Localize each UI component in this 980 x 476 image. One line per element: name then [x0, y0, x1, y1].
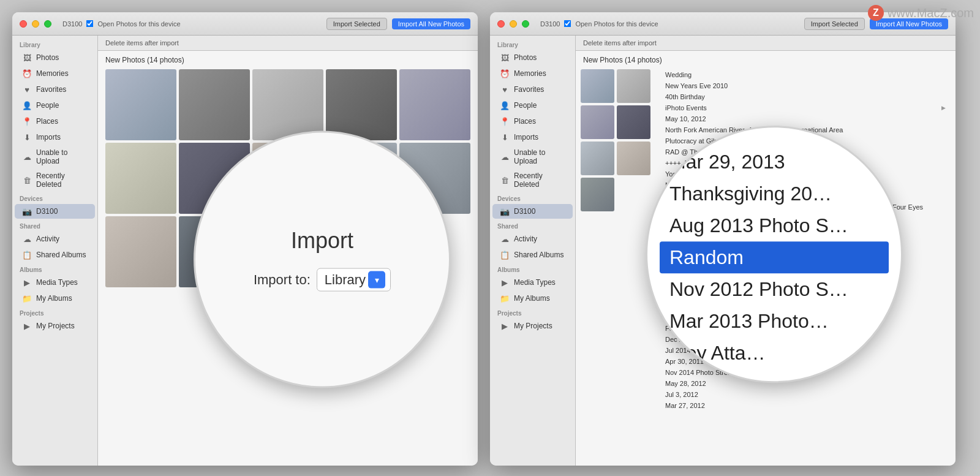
photo-thumb-4[interactable]: [326, 69, 397, 140]
sidebar-label-deleted-1: Recently Deleted: [36, 172, 88, 189]
mag2-item-3[interactable]: Random: [660, 241, 889, 273]
device-name-2: D3100: [540, 20, 560, 28]
sidebar-label-shared-albums-1: Shared Albums: [36, 251, 86, 259]
photo-thumb-2-4[interactable]: [617, 105, 650, 139]
sidebar-label-media-types-2: Media Types: [514, 278, 556, 287]
photo-thumb-3[interactable]: [252, 69, 323, 140]
import-to-value-1: Library: [325, 272, 366, 288]
photo-thumb-2-1[interactable]: [581, 69, 614, 103]
sidebar-item-d3100-2[interactable]: 📷 D3100: [492, 204, 573, 219]
sidebar-item-unable-1[interactable]: ☁ Unable to Upload: [15, 146, 95, 168]
media-types-icon-1: ▶: [22, 278, 32, 287]
mag2-item-2[interactable]: Aug 2013 Photo S…: [660, 210, 889, 241]
sidebar-item-d3100-1[interactable]: 📷 D3100: [15, 204, 95, 219]
select-arrow-icon-1: ▾: [368, 271, 385, 289]
section-devices-2: Devices: [490, 192, 575, 203]
mag2-item-5[interactable]: Mar 2013 Photo…: [660, 305, 889, 337]
sidebar-item-photos-2[interactable]: 🖼 Photos: [492, 50, 573, 65]
mag2-item-1[interactable]: Thanksgiving 20…: [660, 178, 889, 210]
sidebar-label-places-1: Places: [36, 117, 58, 126]
right-list-item-4[interactable]: May 10, 2012: [655, 113, 956, 124]
import-to-label-1: Import to:: [254, 272, 311, 288]
photo-thumb-2-5[interactable]: [581, 142, 614, 175]
photo-thumb-5[interactable]: [399, 69, 470, 140]
sidebar-item-deleted-2[interactable]: 🗑 Recently Deleted: [492, 169, 573, 191]
sidebar-item-memories-2[interactable]: ⏰ Memories: [492, 66, 573, 81]
sidebar-label-imports-1: Imports: [36, 133, 61, 142]
sidebar-item-media-types-1[interactable]: ▶ Media Types: [15, 275, 95, 290]
sidebar-item-deleted-1[interactable]: 🗑 Recently Deleted: [15, 169, 95, 191]
import-selected-button-2[interactable]: Import Selected: [804, 18, 865, 30]
section-projects-2: Projects: [490, 306, 575, 318]
import-all-button-1[interactable]: Import All New Photos: [392, 18, 470, 29]
section-albums-1: Albums: [12, 263, 97, 274]
right-list-item-30[interactable]: Mar 27, 2012: [655, 400, 956, 411]
watermark-z-logo: Z: [868, 5, 884, 21]
open-photos-checkbox-1[interactable]: [86, 20, 94, 28]
sidebar-item-favorites-2[interactable]: ♥ Favorites: [492, 82, 573, 97]
sidebar-item-shared-albums-2[interactable]: 📋 Shared Albums: [492, 247, 573, 262]
photo-thumb-1[interactable]: [105, 69, 176, 140]
sidebar-item-people-2[interactable]: 👤 People: [492, 98, 573, 113]
new-photos-label-1: New Photos (14 photos): [98, 51, 478, 67]
sidebar-label-photos-1: Photos: [36, 53, 59, 62]
sidebar-item-places-2[interactable]: 📍 Places: [492, 114, 573, 129]
photo-thumb-2-6[interactable]: [617, 142, 650, 175]
photo-thumb-2[interactable]: [179, 69, 250, 140]
photo-thumb-2-3[interactable]: [581, 105, 614, 139]
minimize-button-2[interactable]: [510, 20, 517, 28]
sidebar-item-my-albums-2[interactable]: 📁 My Albums: [492, 291, 573, 306]
maximize-button-2[interactable]: [522, 20, 529, 28]
sidebar-item-my-projects-2[interactable]: ▶ My Projects: [492, 319, 573, 333]
sidebar-item-media-types-2[interactable]: ▶ Media Types: [492, 275, 573, 290]
section-library-2: Library: [490, 38, 575, 50]
sidebar-item-photos-1[interactable]: 🖼 Photos: [15, 50, 95, 65]
sidebar-item-people-1[interactable]: 👤 People: [15, 98, 95, 113]
sidebar-label-d3100-1: D3100: [36, 207, 58, 216]
right-list-item-28[interactable]: May 28, 2012: [655, 378, 956, 389]
deleted-icon-1: 🗑: [22, 175, 32, 185]
import-selected-button-1[interactable]: Import Selected: [326, 18, 387, 30]
sidebar-label-my-albums-2: My Albums: [514, 294, 550, 303]
photo-thumb-2-7[interactable]: [581, 178, 614, 211]
arrow-icon-3: ▶: [941, 105, 946, 111]
right-list-item-29[interactable]: Jul 3, 2012: [655, 389, 956, 400]
sidebar-item-imports-2[interactable]: ⬇ Imports: [492, 130, 573, 145]
mag2-item-4[interactable]: Nov 2012 Photo S…: [660, 273, 889, 305]
sidebar-label-activity-2: Activity: [514, 235, 537, 243]
sidebar-label-shared-albums-2: Shared Albums: [514, 251, 564, 259]
close-button-2[interactable]: [497, 20, 505, 28]
places-icon-2: 📍: [500, 116, 510, 126]
close-button-1[interactable]: [20, 20, 27, 28]
right-list-item-3[interactable]: iPhoto Events▶: [655, 102, 956, 113]
sidebar-item-activity-2[interactable]: ☁ Activity: [492, 232, 573, 246]
minimize-button-1[interactable]: [32, 20, 39, 28]
sidebar-item-activity-1[interactable]: ☁ Activity: [15, 232, 95, 246]
sidebar-item-memories-1[interactable]: ⏰ Memories: [15, 66, 95, 81]
sidebar-item-places-1[interactable]: 📍 Places: [15, 114, 95, 129]
media-types-icon-2: ▶: [500, 278, 510, 287]
sidebar-item-unable-2[interactable]: ☁ Unable to Upload: [492, 146, 573, 168]
right-list-item-0[interactable]: Wedding: [655, 69, 956, 80]
sidebar-item-my-albums-1[interactable]: 📁 My Albums: [15, 291, 95, 306]
section-albums-2: Albums: [490, 263, 575, 274]
sidebar-label-my-albums-1: My Albums: [36, 294, 72, 303]
open-photos-checkbox-2[interactable]: [564, 20, 571, 28]
sidebar-label-photos-2: Photos: [514, 53, 537, 62]
watermark-text: www.MacZ.com: [888, 6, 974, 20]
sidebar-label-imports-2: Imports: [514, 133, 538, 142]
sidebar-item-shared-albums-1[interactable]: 📋 Shared Albums: [15, 247, 95, 262]
import-bar-2: Delete items after import: [576, 36, 956, 51]
photo-thumb-11[interactable]: [105, 216, 176, 287]
right-list-item-1[interactable]: New Years Eve 2010: [655, 80, 956, 91]
sidebar-item-imports-1[interactable]: ⬇ Imports: [15, 130, 95, 145]
maximize-button-1[interactable]: [44, 20, 51, 28]
right-list-item-2[interactable]: 40th Birthday: [655, 91, 956, 102]
my-albums-icon-1: 📁: [22, 293, 32, 303]
sidebar-item-my-projects-1[interactable]: ▶ My Projects: [15, 319, 95, 333]
photo-thumb-6[interactable]: [105, 143, 176, 214]
sidebar-item-favorites-1[interactable]: ♥ Favorites: [15, 82, 95, 97]
deleted-icon-2: 🗑: [500, 175, 510, 185]
import-to-select-1[interactable]: Library ▾: [317, 268, 391, 292]
photo-thumb-2-2[interactable]: [617, 69, 650, 103]
